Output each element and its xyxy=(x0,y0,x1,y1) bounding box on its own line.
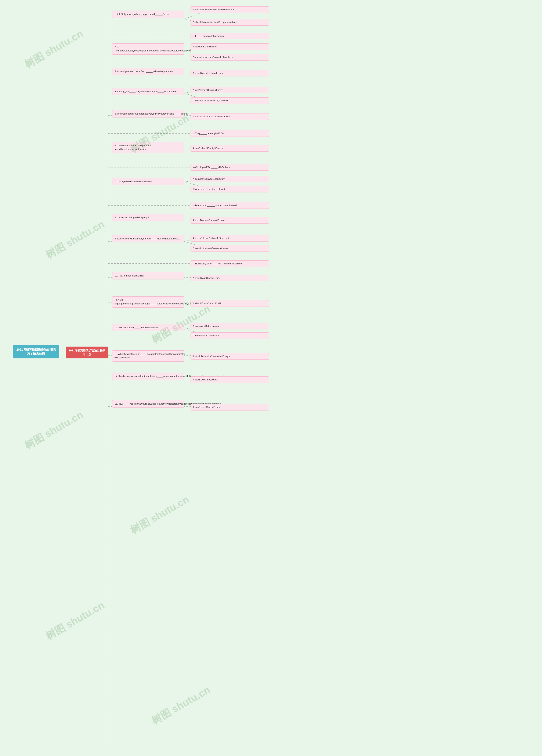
question-14: 14.Ithasbeenannouneedthatcandidates_____… xyxy=(112,373,184,380)
q6-pre: —They_____bereadyby12:00. xyxy=(191,130,269,137)
hub-node: 2021考研英语四级语法自测练习汇总 xyxy=(66,347,108,358)
a7b-text: C.wouldstayD.musthavestayed xyxy=(193,188,225,190)
watermark-8: 树图 shutu.cn xyxy=(149,683,213,728)
q2-text: 2.—Therewerealreadyfivepeopleinthecarbut… xyxy=(115,46,192,52)
question-5: 5.Thefirespreadthroughthehotelveryquickl… xyxy=(112,110,184,117)
question-12: 12.Iwonderhowhe_____thattotheteacher. xyxy=(112,324,184,331)
question-11: 11.Aleft-luggageofficeisaplacewherebags_… xyxy=(112,296,184,308)
answer-7b: C.wouldstayD.musthavestayed xyxy=(191,186,269,192)
q10-text: 10.—IsJohncomingbytrain? xyxy=(115,274,144,277)
a2b-text: C.mustn'thavebeenD.couldn'thavebeen xyxy=(193,56,233,58)
answer-10a: A.mustB.canC.needD.may xyxy=(191,275,269,281)
hub-label: 2021考研英语四级语法自测练习汇总 xyxy=(69,349,105,356)
question-8: 8.—AreyoucomingtoJeff'sparty? xyxy=(112,214,184,221)
q13-text: 13.Whenhewasthere,he_____gotothatcoffees… xyxy=(115,353,185,359)
answer-12a: A.daretosayB.daresaying xyxy=(191,323,269,329)
answer-15a: A.canB.mustC.needD.may xyxy=(191,404,269,410)
q9-text: 9.Iwasreallyanxiousaboutyou.You_____home… xyxy=(115,237,180,240)
q8-pre-text: —I'mnotsure.I_____gototheconcertinstead. xyxy=(193,204,237,207)
answer-4a: A.won'tt;can'ttB.mustn'tt;may xyxy=(191,87,269,93)
answer-1a: A.hadtowriteitoutB.musthavewrittenitout xyxy=(191,6,269,13)
answer-4b: C.shouldn'ttmustD.can'tt;shouldn'tt xyxy=(191,97,269,104)
a14a-text: A.canB.willC.mayD.shall xyxy=(193,378,218,381)
q8-text: 8.—AreyoucomingtoJeff'sparty? xyxy=(115,216,149,219)
a9b-text: C.couldn'tthaveleftD.needn'ttleave xyxy=(193,247,228,250)
answer-9b: C.couldn'tthaveleftD.needn'ttleave xyxy=(191,245,269,252)
a12a-text: A.daretosayB.daresaying xyxy=(193,325,219,327)
root-node: 2021考研英语四级语法自测练习：情态动词 xyxy=(13,345,59,358)
q7-text: 7.—IstayedatahotelwhileinNewYork. xyxy=(115,180,153,183)
question-2: 2.—Therewerealreadyfivepeopleinthecarbut… xyxy=(112,43,184,55)
q2-pre-text: —It_____acomfortablejourney. xyxy=(193,35,225,37)
a12b-text: C.notdaresayD.daredsay xyxy=(193,334,219,337)
svg-line-22 xyxy=(184,182,201,186)
a3a-text: A.mustB.needC.shouldD.can xyxy=(193,72,223,74)
question-13: 13.Whenhewasthere,he_____gotothatcoffees… xyxy=(112,350,184,362)
watermark-5: 树图 shutu.cn xyxy=(22,408,86,452)
answer-7a: A.couldhavestayedB.couldstay xyxy=(191,176,269,182)
a2a-text: A.can'tbeB.shouldn'tbe xyxy=(193,45,217,48)
answer-5a: A.hadtoB.wouldC.couldD.wasableto xyxy=(191,113,269,120)
a4b-text: C.shouldn'ttmustD.can'tt;shouldn'tt xyxy=(193,99,228,102)
a8a-text: A.mustB.wouldC.shouldD.might xyxy=(193,219,226,221)
answer-14a: A.canB.willC.mayD.shall xyxy=(191,376,269,383)
watermark-7: 树图 shutu.cn xyxy=(43,598,107,643)
q7-pre: —Oh,didyou?You_____withBarbara. xyxy=(191,164,269,171)
answer-12b: C.notdaresayD.daredsay xyxy=(191,332,269,339)
a15a-text: A.canB.mustC.needD.may xyxy=(193,406,220,408)
q7-pre-text: —Oh,didyou?You_____withBarbara. xyxy=(193,166,231,169)
a9a-text: A.mustn'ttleaveB.shouldn'tthaveleft xyxy=(193,237,229,239)
answer-3a: A.mustB.needC.shouldD.can xyxy=(191,70,269,76)
q8-pre: —I'mnotsure.I_____gototheconcertinstead. xyxy=(191,202,269,209)
answer-1b: C.shouldhavewrittenitoutD.oughttowreitou… xyxy=(191,19,269,26)
q6-text: 6.—WhencanIcomeforthephotos?Ineedthemtom… xyxy=(115,144,151,150)
connector-lines xyxy=(0,0,542,756)
q10-pre: —Heshould,buthe_____not.Helikesdrivinghi… xyxy=(191,260,269,267)
q2-pre: —It_____acomfortablejourney. xyxy=(191,33,269,39)
question-7: 7.—IstayedatahotelwhileinNewYork. xyxy=(112,178,184,185)
a6a-text: A.canB.shouldC.mightD.need xyxy=(193,147,223,149)
watermark-3: 树图 shutu.cn xyxy=(43,217,107,262)
answer-8a: A.mustB.wouldC.shouldD.might xyxy=(191,217,269,224)
watermark-1: 树图 shutu.cn xyxy=(22,27,86,71)
question-15: 15.How_____yousaythatyoureallyunderstand… xyxy=(112,400,184,408)
a7a-text: A.couldhavestayedB.couldstay xyxy=(193,178,225,180)
question-4: 4.Johnny,you_____playwiththeknife,you___… xyxy=(112,88,184,95)
question-10: 10.—IsJohncomingbytrain? xyxy=(112,272,184,279)
answer-6a: A.canB.shouldC.mightD.need xyxy=(191,145,269,152)
a5a-text: A.hadtoB.wouldC.couldD.wasableto xyxy=(193,115,230,118)
svg-line-3 xyxy=(184,13,201,19)
a10a-text: A.mustB.canC.needD.may xyxy=(193,277,220,279)
question-6: 6.—WhencanIcomeforthephotos?Ineedthemtom… xyxy=(112,142,184,153)
q3-text: 3.It'snearlyseveno'clock.Jack_____behrea… xyxy=(115,70,174,73)
q10-pre-text: —Heshould,buthe_____not.Helikesdrivinghi… xyxy=(193,262,243,265)
mind-map: 树图 shutu.cn 树图 shutu.cn 树图 shutu.cn 树图 s… xyxy=(0,0,542,756)
answer-2a: A.can'tbeB.shouldn'tbe xyxy=(191,43,269,50)
a4a-text: A.won'tt;can'ttB.mustn'tt;may xyxy=(193,89,223,91)
answer-9a: A.mustn'ttleaveB.shouldn'tthaveleft xyxy=(191,235,269,242)
question-9: 9.Iwasreallyanxiousaboutyou.You_____home… xyxy=(112,235,184,242)
question-3: 3.It'snearlyseveno'clock.Jack_____behrea… xyxy=(112,68,184,75)
root-label: 2021考研英语四级语法自测练习：情态动词 xyxy=(16,348,55,355)
q12-text: 12.Iwonderhowhe_____thattotheteacher. xyxy=(115,326,159,329)
q6-pre-text: —They_____bereadyby12:00. xyxy=(193,132,224,135)
a1a-text: A.hadtowriteitoutB.musthavewrittenitout xyxy=(193,8,234,11)
q4-text: 4.Johnny,you_____playwiththeknife,you___… xyxy=(115,90,178,93)
a11a-text: A.shouldB.canC.mustD.will xyxy=(193,302,221,305)
question-1: 1.ItoldSallyhowtogothere,butperhapsI____… xyxy=(112,11,184,18)
answer-13a: A.wouldB.shouldC.hadbetterD.might xyxy=(191,353,269,360)
watermark-6: 树图 shutu.cn xyxy=(128,493,192,537)
q5-text: 5.Thefirespreadthroughthehotelveryquickl… xyxy=(115,112,188,115)
q1-text: 1.ItoldSallyhowtogothere,butperhapsI____… xyxy=(115,13,170,15)
answer-2b: C.mustn'thavebeenD.couldn'thavebeen xyxy=(191,54,269,61)
a13a-text: A.wouldB.shouldC.hadbetterD.might xyxy=(193,355,230,358)
answer-11a: A.shouldB.canC.mustD.will xyxy=(191,300,269,307)
a1b-text: C.shouldhavewrittenitoutD.oughttowreitou… xyxy=(193,21,237,23)
